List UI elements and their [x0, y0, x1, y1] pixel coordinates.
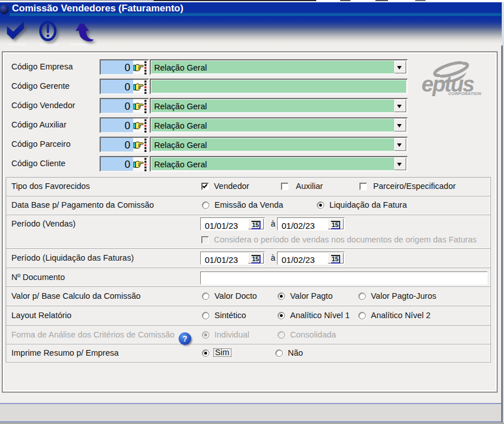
svg-text:CORPORATION: CORPORATION [448, 91, 481, 96]
